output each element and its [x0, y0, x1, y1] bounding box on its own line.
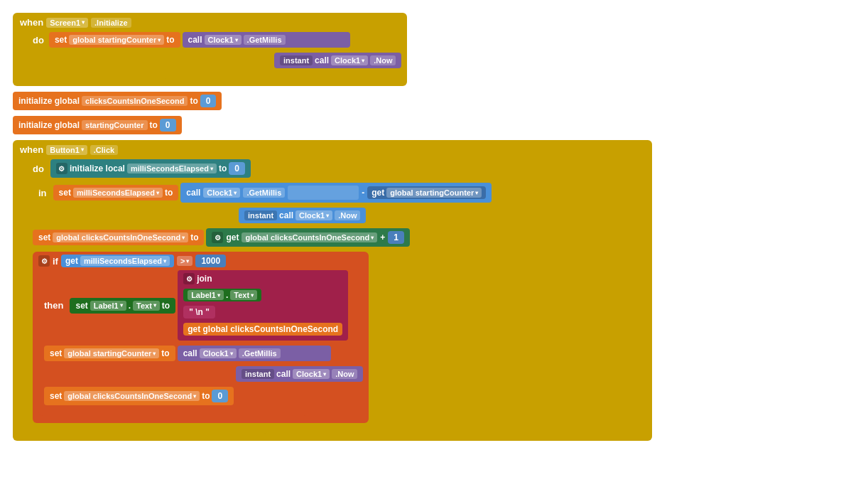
if-header: ⚙ if get milliSecondsElapsed > 1000: [33, 252, 369, 270]
counter-init-value: 0: [160, 119, 176, 132]
get-clicks-block: get global clicksCountsInOneSecond: [183, 323, 342, 336]
set-sc2-block: set global startingCounter to: [44, 346, 175, 361]
getmillis3-label: .GetMillis: [239, 348, 281, 358]
gear-icon-2[interactable]: ⚙: [212, 232, 223, 243]
clock1d2-dd[interactable]: Clock1: [293, 369, 330, 379]
join-block: ⚙ join Label1 . Text: [178, 270, 348, 341]
global-clicks2-dd[interactable]: global clicksCountsInOneSecond: [242, 232, 377, 242]
global-sc2-dd[interactable]: global startingCounter: [64, 348, 159, 358]
set2-kw: set: [59, 188, 71, 198]
button1-dropdown[interactable]: Button1: [46, 145, 87, 155]
init-counter-block: initialize global startingCounter to 0: [13, 116, 855, 134]
instant2-block: instant call Clock1 .Now: [239, 208, 366, 223]
when-keyword: when: [20, 17, 43, 28]
in-keyword: in: [33, 188, 47, 198]
instant2-line: instant call Clock1 .Now: [33, 208, 646, 223]
reset-clicks-line: set global clicksCountsInOneSecond to 0: [44, 387, 363, 405]
clock1-c-dd[interactable]: Clock1: [203, 188, 240, 198]
get2-kw: get: [226, 232, 239, 242]
text-kw-dd[interactable]: Text: [133, 301, 160, 311]
set-block: set global startingCounter to: [49, 32, 180, 48]
clock1d-dd[interactable]: Clock1: [295, 210, 332, 220]
event-body: do set global startingCounter to call Cl…: [13, 32, 407, 70]
get-clicks-kw: get global clicksCountsInOneSecond: [188, 324, 338, 334]
init-clicks-kw: initialize global: [18, 96, 80, 106]
dot-text: .: [129, 301, 131, 311]
click-event-label: .Click: [90, 145, 118, 155]
init-counter-to: to: [150, 120, 158, 130]
do-keyword: do: [33, 35, 44, 46]
screen1-dropdown[interactable]: Screen1: [46, 18, 88, 28]
now2-label: .Now: [335, 210, 360, 220]
init-local-kw: initialize local: [70, 164, 125, 173]
label1b-dd[interactable]: Label1: [188, 290, 224, 300]
call-clock2-block: call Clock1 .GetMillis: [178, 346, 331, 361]
get-kw: get: [371, 188, 384, 198]
init-counter-kw: initialize global: [18, 120, 80, 130]
clock1-dd[interactable]: Clock1: [205, 35, 242, 45]
getmillis-label: .GetMillis: [244, 35, 286, 45]
set4-kw: set: [75, 301, 87, 311]
add-block: ⚙ get global clicksCountsInOneSecond + 1: [206, 228, 410, 247]
gear-icon-3[interactable]: ⚙: [38, 255, 50, 267]
millis-elapsed-dd[interactable]: milliSecondsElapsed: [127, 164, 217, 173]
reset-counter-line: set global startingCounter to call Clock…: [44, 346, 363, 361]
gear-icon-4[interactable]: ⚙: [183, 273, 195, 284]
set5-kw: set: [50, 348, 62, 358]
if-kw: if: [53, 256, 58, 267]
set-starting-counter-line: do set global startingCounter to call Cl…: [33, 32, 401, 48]
zero-value: 0: [212, 390, 228, 402]
millis-elapsed-dd2[interactable]: milliSecondsElapsed: [80, 256, 170, 266]
if-footer: [38, 407, 308, 416]
call2-kw: call: [315, 55, 329, 65]
reset-clicks-block: set global clicksCountsInOneSecond to 0: [44, 387, 234, 405]
millis-elapsed-set-dd[interactable]: milliSecondsElapsed: [73, 188, 163, 198]
counter-var-name: startingCounter: [82, 120, 148, 130]
do-init-local-line: do ⚙ initialize local milliSecondsElapse…: [33, 159, 646, 178]
clock1c-dd[interactable]: Clock1: [200, 348, 237, 358]
minus-op: -: [362, 188, 364, 198]
button-event-header: when Button1 .Click: [13, 140, 652, 159]
thousand-value: 1000: [195, 255, 226, 267]
instant-label: instant: [280, 55, 313, 65]
set-label-text-block: set Label1 . Text to: [70, 298, 175, 314]
global-clicks-dd[interactable]: global clicksCountsInOneSecond: [53, 232, 188, 242]
clicks-init-value: 0: [200, 95, 217, 107]
initialize-label: .Initialize: [91, 18, 131, 28]
clock1b-dd[interactable]: Clock1: [331, 55, 368, 65]
when2-keyword: when: [20, 144, 43, 155]
join-kw: join: [197, 274, 212, 284]
set-kw: set: [55, 35, 67, 45]
label1b-block: Label1 . Text: [183, 289, 261, 301]
now3-label: .Now: [332, 369, 357, 379]
do2-keyword: do: [33, 164, 44, 174]
gear-icon-1[interactable]: ⚙: [56, 163, 67, 174]
set6-kw: set: [50, 391, 62, 401]
instant3-label: instant: [242, 369, 274, 379]
if-body: then set Label1 . Text to: [33, 270, 369, 407]
gt-dd[interactable]: >: [177, 256, 192, 266]
set2-to: to: [165, 188, 173, 198]
label1-dd[interactable]: Label1: [90, 301, 126, 311]
join-item1-row: Label1 . Text: [183, 289, 261, 301]
text-kw2-dd[interactable]: Text: [230, 290, 257, 300]
then-line: then set Label1 . Text to: [44, 270, 363, 341]
set5-to: to: [161, 348, 169, 358]
init-clicks-block: initialize global clicksCountsInOneSecon…: [13, 92, 855, 110]
instant3-block: instant call Clock1 .Now: [236, 366, 363, 382]
when-screen-init-block: when Screen1 .Initialize do set global s…: [13, 13, 855, 86]
get-starting-counter-block: get global startingCounter: [367, 186, 486, 199]
get3-kw: get: [65, 256, 78, 266]
now-label: .Now: [370, 55, 396, 65]
newline-block: " \n ": [183, 306, 215, 319]
instant2-label: instant: [244, 210, 277, 220]
millis-init-val: 0: [229, 162, 245, 175]
global-sc-dd[interactable]: global startingCounter: [386, 188, 482, 198]
join-item3-row: get global clicksCountsInOneSecond: [183, 323, 342, 336]
in-line: in set milliSecondsElapsed to call Clock…: [33, 183, 646, 203]
instant-line: instant call Clock1 .Now: [33, 53, 401, 68]
global-clicks3-dd[interactable]: global clicksCountsInOneSecond: [64, 391, 200, 401]
set-millis-block: set milliSecondsElapsed to: [53, 185, 179, 200]
call5-kw: call: [183, 348, 197, 358]
global-starting-counter-dd[interactable]: global startingCounter: [69, 35, 164, 45]
